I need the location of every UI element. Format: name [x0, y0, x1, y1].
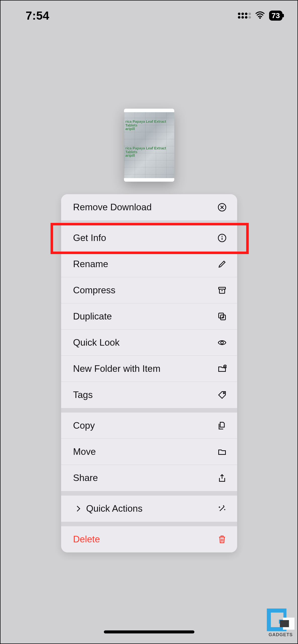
remove-download-icon — [217, 203, 227, 212]
cellular-signal-icon — [238, 13, 251, 19]
new-folder-icon — [217, 364, 227, 373]
copy-icon — [217, 421, 227, 430]
menu-item-move[interactable]: Move — [61, 439, 237, 465]
menu-label: Rename — [73, 259, 217, 269]
menu-item-quick-look[interactable]: Quick Look — [61, 330, 237, 356]
menu-label: New Folder with Item — [73, 364, 217, 374]
menu-label: Quick Look — [73, 337, 217, 348]
thumb-brand: aripill — [125, 153, 135, 157]
menu-separator — [61, 522, 237, 526]
menu-label: Share — [73, 473, 217, 483]
wifi-icon — [255, 11, 265, 20]
menu-label: Move — [73, 447, 217, 457]
status-bar: 7:54 73 — [1, 1, 297, 31]
menu-separator — [61, 491, 237, 496]
menu-label: Delete — [73, 534, 217, 545]
watermark-text: GADGETS — [269, 632, 293, 637]
menu-label: Copy — [73, 420, 217, 431]
menu-item-duplicate[interactable]: Duplicate — [61, 303, 237, 330]
menu-item-compress[interactable]: Compress — [61, 277, 237, 303]
battery-indicator: 73 — [269, 11, 282, 21]
menu-separator — [61, 408, 237, 413]
svg-point-8 — [221, 341, 223, 344]
duplicate-icon — [217, 312, 227, 321]
menu-item-quick-actions[interactable]: Quick Actions — [61, 496, 237, 522]
context-menu: Remove Download Get Info Rename Compress… — [61, 194, 237, 552]
eye-icon — [217, 338, 227, 347]
menu-item-rename[interactable]: Rename — [61, 251, 237, 277]
file-thumbnail[interactable]: rica Papaya Leaf Extract Tablets aripill… — [124, 109, 174, 182]
svg-point-3 — [221, 236, 222, 237]
menu-item-delete[interactable]: Delete — [61, 526, 237, 552]
menu-separator — [61, 220, 237, 225]
svg-point-0 — [259, 17, 261, 19]
menu-item-remove-download[interactable]: Remove Download — [61, 194, 237, 220]
thumb-text-line: rica Papaya Leaf Extract Tablets — [125, 146, 166, 154]
menu-label: Get Info — [73, 233, 217, 243]
watermark-logo-icon — [267, 609, 294, 631]
share-icon — [217, 473, 227, 482]
thumb-text-line: rica Papaya Leaf Extract Tablets — [125, 119, 166, 127]
status-time: 7:54 — [26, 9, 49, 22]
menu-item-share[interactable]: Share — [61, 465, 237, 491]
watermark: GADGETS — [267, 609, 294, 637]
menu-label: Duplicate — [73, 311, 217, 322]
svg-rect-5 — [219, 289, 225, 293]
menu-item-new-folder[interactable]: New Folder with Item — [61, 356, 237, 382]
tag-icon — [217, 390, 227, 399]
thumbnail-image: rica Papaya Leaf Extract Tablets aripill… — [124, 109, 174, 182]
thumb-brand: aripill — [125, 127, 135, 131]
folder-icon — [217, 447, 227, 456]
menu-item-copy[interactable]: Copy — [61, 413, 237, 439]
menu-item-tags[interactable]: Tags — [61, 382, 237, 408]
menu-label: Tags — [73, 390, 217, 400]
svg-point-10 — [223, 392, 225, 394]
menu-label: Compress — [73, 285, 217, 296]
chevron-right-icon — [73, 504, 83, 513]
wand-icon — [217, 504, 227, 513]
status-indicators: 73 — [238, 11, 282, 21]
menu-label: Remove Download — [73, 202, 217, 213]
menu-item-get-info[interactable]: Get Info — [61, 225, 237, 251]
menu-label: Quick Actions — [86, 503, 217, 514]
archive-icon — [217, 286, 227, 295]
pencil-icon — [217, 260, 227, 269]
info-icon — [217, 233, 227, 243]
home-indicator[interactable] — [104, 630, 194, 633]
trash-icon — [217, 535, 227, 544]
